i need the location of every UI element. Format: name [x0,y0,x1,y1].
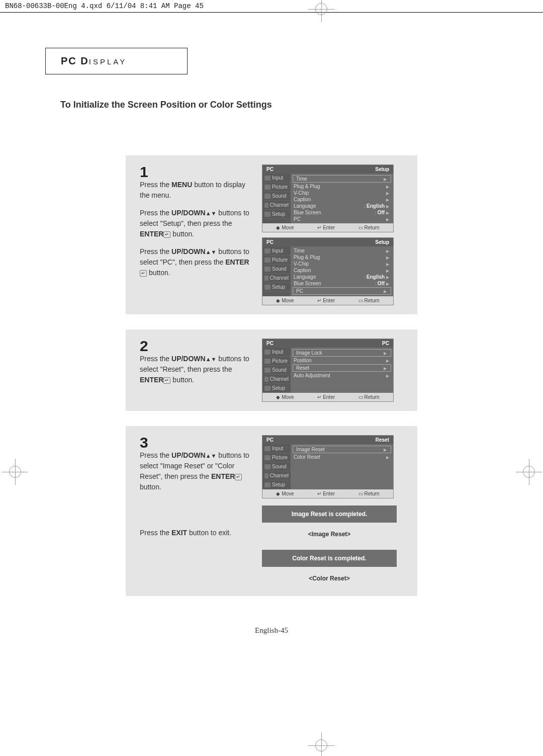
step-2-para-1: Press the UP/DOWN▲▼ buttons to select "R… [140,354,253,385]
osd-item-key: Language [294,203,316,209]
osd-item-key: PC [296,288,303,294]
osd-side-icon [264,455,270,460]
updown-arrows-icon: ▲▼ [206,453,217,459]
osd-item-key: Plug & Plug [294,255,320,260]
osd-row: Image Lock ▶ [293,349,391,357]
osd-title-right: Setup [375,166,389,172]
osd-side-item: Sound [262,462,291,471]
osd-row: Color Reset ▶ [291,454,393,460]
step-2: 2 Press the UP/DOWN▲▼ buttons to select … [126,329,417,411]
osd-header: PC Setup [262,165,393,174]
triangle-right-icon: ▶ [386,217,389,222]
osd-side-icon [264,212,270,217]
osd-item-key: Blue Screen [294,210,321,215]
step-3-para-1: Press the UP/DOWN▲▼ buttons to select "I… [140,450,253,492]
triangle-right-icon: ▶ [386,374,389,378]
osd-title-right: PC [382,341,389,346]
osd-item-key: Blue Screen [294,281,321,286]
osd-side-item: Picture [262,357,291,366]
osd-side-item: Channel [262,274,291,283]
osd-item-key: V-Chip [294,190,309,196]
step-1-para-3: Press the UP/DOWN▲▼ buttons to select "P… [140,246,253,278]
step-1: 1 Press the MENU button to display the m… [126,155,417,314]
osd-item-key: Image Lock [296,350,322,356]
osd-item-key: Time [294,248,305,254]
triangle-right-icon: ▶ [386,185,389,189]
step-1-para-1: Press the MENU button to display the men… [140,180,253,201]
osd-title-right: Reset [376,437,389,443]
enter-icon: ↵ [140,270,147,277]
osd-side-item: Picture [262,256,291,265]
osd-side-icon [264,377,268,382]
triangle-right-icon: ▶ [386,204,389,209]
doc-header: BN68-00633B-00Eng 4.qxd 6/11/04 8:41 AM … [0,0,543,13]
triangle-right-icon: ▶ [384,366,387,371]
osd-setup-1: PC Setup InputPictureSoundChannelSetup T… [262,164,394,232]
osd-side-icon [264,359,270,364]
osd-row: Language : English ▶ [291,203,393,209]
osd-side-item: Channel [262,375,291,384]
osd-pc-menu: PC PC InputPictureSoundChannelSetup Imag… [262,339,394,402]
osd-item-key: Image Reset [296,447,325,452]
osd-row: Caption ▶ [291,267,393,274]
step-3-para-2: Press the EXIT button to exit. [140,528,253,538]
triangle-right-icon: ▶ [384,351,387,356]
osd-side-item: Channel [262,201,291,210]
osd-row: Time ▶ [293,175,391,183]
triangle-right-icon: ▶ [386,359,389,363]
triangle-right-icon: ▶ [386,275,389,280]
triangle-right-icon: ▶ [384,177,387,182]
image-reset-label: <Image Reset> [262,528,397,543]
osd-row: Time ▶ [291,247,393,254]
osd-row: Blue Screen : Off ▶ [291,280,393,287]
osd-row: Caption ▶ [291,196,393,203]
osd-item-key: Plug & Plug [294,184,320,189]
osd-item-value: Off [378,210,385,215]
updown-arrows-icon: ▲▼ [206,210,217,216]
osd-sidebar: InputPictureSoundChannelSetup [262,348,291,393]
osd-footer: ◆ Move ↵ Enter ▭ Return [262,393,393,401]
osd-enter: ↵ Enter [317,394,335,400]
osd-header: PC Reset [262,436,393,444]
osd-enter: ↵ Enter [317,491,335,496]
osd-row: Position ▶ [291,357,393,364]
osd-enter: ↵ Enter [317,225,335,230]
osd-item-value: English [367,203,385,209]
section-title-display: ISPLAY [89,57,127,66]
osd-return: ▭ Return [358,491,380,496]
osd-side-icon [264,203,268,208]
color-reset-banner: Color Reset is completed. [262,550,397,567]
osd-side-item: Channel [262,471,291,480]
osd-side-icon [264,482,270,487]
osd-side-item: Sound [262,366,291,375]
osd-side-item: Input [262,174,291,183]
osd-row: V-Chip ▶ [291,261,393,267]
osd-item-key: Caption [294,268,311,273]
osd-move: ◆ Move [276,394,294,400]
osd-move: ◆ Move [276,491,294,496]
osd-side-icon [264,368,270,373]
osd-item-key: Auto Adjustment [294,373,330,378]
enter-icon: ↵ [163,231,170,238]
osd-row: Plug & Plug ▶ [291,183,393,190]
osd-side-icon [264,248,270,254]
osd-side-icon [264,276,268,281]
osd-item-key: Time [296,176,307,182]
triangle-right-icon: ▶ [386,262,389,267]
osd-sidebar: InputPictureSoundChannelSetup [262,174,291,223]
osd-side-item: Input [262,444,291,453]
osd-side-icon [264,285,270,290]
osd-row: Blue Screen : Off ▶ [291,209,393,216]
osd-item-key: Color Reset [294,454,320,460]
osd-side-item: Sound [262,265,291,274]
section-title-pc: PC D [61,55,89,66]
osd-footer: ◆ Move ↵ Enter ▭ Return [262,223,393,232]
osd-move: ◆ Move [276,225,294,230]
step-3: 3 Press the UP/DOWN▲▼ buttons to select … [126,426,417,596]
osd-side-icon [264,176,270,181]
osd-side-item: Sound [262,192,291,201]
osd-sidebar: InputPictureSoundChannelSetup [262,246,291,296]
osd-side-item: Picture [262,183,291,192]
osd-item-key: Reset [296,365,309,371]
osd-move: ◆ Move [276,298,294,303]
